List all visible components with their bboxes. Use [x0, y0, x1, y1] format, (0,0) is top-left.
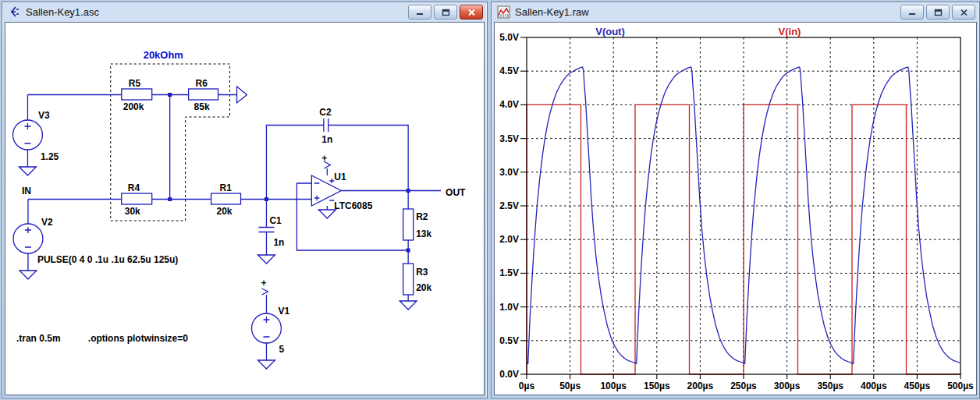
x-tick-label: 200µs	[687, 381, 714, 391]
schematic-titlebar[interactable]: Sallen-Key1.asc	[2, 2, 487, 22]
output-port-arrow[interactable]	[237, 87, 247, 103]
minimize-icon	[416, 9, 424, 16]
r6-value-label[interactable]: 85k	[194, 101, 210, 112]
y-tick-label: 3.5V	[499, 133, 519, 144]
y-tick-label: 1.5V	[499, 267, 519, 278]
ltspice-schematic-icon	[8, 5, 21, 19]
v2-ref-label[interactable]: V2	[41, 217, 53, 228]
r1-value-label[interactable]: 20k	[217, 206, 233, 217]
y-tick-label: 4.5V	[499, 65, 519, 76]
c2-value-label[interactable]: 1n	[321, 134, 332, 145]
x-tick-label: 350µs	[817, 381, 843, 391]
x-tick-label: 500µs	[947, 381, 974, 391]
vplus-flag-v1[interactable]	[261, 288, 268, 295]
x-tick-label: 100µs	[600, 381, 627, 391]
tran-directive[interactable]: .tran 0.5m	[16, 333, 61, 344]
c1-ref-label[interactable]: C1	[269, 215, 282, 226]
x-tick-label: 250µs	[730, 381, 757, 391]
net-label-in[interactable]: IN	[22, 186, 31, 196]
y-tick-label: 5.0V	[499, 32, 519, 43]
x-tick-label: 50µs	[559, 381, 581, 391]
u1-ref-label[interactable]: U1	[334, 172, 346, 182]
options-directive[interactable]: .options plotwinsize=0	[88, 333, 188, 344]
waveform-icon	[497, 5, 510, 19]
u1-value-label[interactable]: LTC6085	[334, 200, 372, 211]
restore-icon	[442, 9, 450, 16]
component-c2[interactable]	[324, 119, 328, 132]
r2-ref-label[interactable]: R2	[416, 211, 428, 222]
component-v2[interactable]	[13, 224, 43, 253]
y-tick-label: 0.5V	[499, 335, 519, 346]
restore-button[interactable]	[926, 5, 950, 19]
annotation-20kohm[interactable]: 20kOhm	[144, 49, 183, 61]
v2-value-label[interactable]: PULSE(0 4 0 .1u .1u 62.5u 125u)	[37, 254, 178, 265]
y-tick-label: 4.0V	[499, 99, 519, 110]
v3-ref-label[interactable]: V3	[38, 110, 50, 121]
r6-ref-label[interactable]: R6	[196, 78, 208, 89]
r5-ref-label[interactable]: R5	[129, 78, 141, 89]
vplus-flag-label-opamp[interactable]: +	[321, 153, 327, 164]
component-v3[interactable]	[12, 120, 42, 150]
v1-value-label[interactable]: 5	[279, 344, 284, 355]
waveform-pane[interactable]: 0µs50µs100µs150µs200µs250µs300µs350µs400…	[494, 22, 977, 395]
component-r4[interactable]	[122, 193, 152, 204]
close-icon	[960, 9, 968, 16]
close-button[interactable]	[952, 5, 975, 19]
x-tick-label: 400µs	[861, 381, 887, 391]
c1-value-label[interactable]: 1n	[273, 237, 284, 248]
y-tick-label: 1.0V	[499, 302, 519, 313]
x-tick-label: 0µs	[519, 381, 535, 391]
vplus-flag-label-v1[interactable]: +	[261, 278, 266, 288]
component-r2[interactable]	[403, 209, 414, 240]
schematic-window-title: Sallen-Key1.asc	[26, 6, 99, 18]
waveform-window-title: Sallen-Key1.raw	[515, 6, 589, 18]
component-r3[interactable]	[403, 264, 414, 295]
r4-ref-label[interactable]: R4	[128, 182, 140, 193]
r5-value-label[interactable]: 200k	[123, 101, 144, 112]
minimize-button[interactable]	[408, 5, 431, 19]
y-tick-label: 0.0V	[499, 369, 519, 380]
axis-ticks	[520, 37, 960, 379]
r2-value-label[interactable]: 13k	[416, 228, 431, 239]
waveform-titlebar[interactable]: Sallen-Key1.raw	[492, 2, 979, 22]
waveform-window: Sallen-Key1.raw 0µs50µs100µs150µs200µs25…	[491, 2, 980, 398]
x-tick-label: 150µs	[644, 381, 670, 391]
r1-ref-label[interactable]: R1	[220, 182, 233, 193]
restore-button[interactable]	[434, 5, 457, 19]
y-tick-label: 2.0V	[499, 234, 519, 245]
component-r1[interactable]	[211, 193, 241, 204]
component-r5[interactable]	[122, 89, 152, 100]
component-c1[interactable]	[258, 228, 274, 232]
axis-tick-labels: 0µs50µs100µs150µs200µs250µs300µs350µs400…	[499, 32, 974, 391]
traces	[527, 67, 960, 374]
trace-vin	[527, 104, 960, 374]
minimize-icon	[908, 9, 916, 16]
waveform-plot-svg[interactable]: 0µs50µs100µs150µs200µs250µs300µs350µs400…	[495, 23, 976, 395]
restore-icon	[934, 9, 943, 16]
v3-value-label[interactable]: 1.25	[41, 151, 59, 162]
schematic-window: Sallen-Key1.asc	[2, 2, 488, 398]
net-label-out[interactable]: OUT	[446, 187, 466, 198]
y-tick-label: 2.5V	[499, 200, 519, 211]
close-icon	[467, 9, 476, 16]
x-tick-label: 450µs	[904, 381, 931, 391]
component-v1[interactable]	[251, 313, 281, 343]
r4-value-label[interactable]: 30k	[125, 206, 140, 217]
legend-vout[interactable]: V(out)	[595, 26, 625, 37]
r3-ref-label[interactable]: R3	[416, 267, 428, 278]
y-tick-label: 3.0V	[499, 167, 519, 178]
wires	[27, 95, 441, 361]
r3-value-label[interactable]: 20k	[416, 282, 431, 293]
schematic-canvas[interactable]: 20kOhm R5 200k R6 85k R4 30k R1 20k R2 1…	[5, 22, 485, 395]
schematic-svg[interactable]: 20kOhm R5 200k R6 85k R4 30k R1 20k R2 1…	[5, 23, 484, 395]
minimize-button[interactable]	[900, 5, 924, 19]
v1-ref-label[interactable]: V1	[278, 306, 289, 317]
c2-ref-label[interactable]: C2	[319, 107, 332, 118]
close-button[interactable]	[460, 5, 483, 19]
component-r6[interactable]	[189, 89, 218, 100]
x-tick-label: 300µs	[774, 381, 801, 391]
legend-vin[interactable]: V(in)	[779, 26, 801, 37]
